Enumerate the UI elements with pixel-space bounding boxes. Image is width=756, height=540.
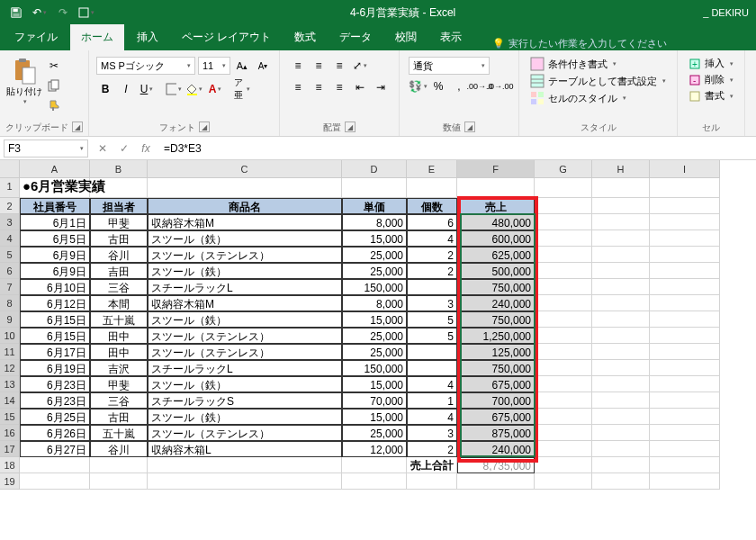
cell-person[interactable]: 五十嵐 (90, 425, 148, 441)
cell-product[interactable]: スツール（ステンレス） (148, 425, 342, 441)
table-header[interactable]: 社員番号 (20, 198, 90, 214)
format-cells-button[interactable]: 書式▾ (688, 89, 734, 103)
table-header[interactable]: 単価 (342, 198, 407, 214)
cell-date[interactable]: 6月15日 (20, 311, 90, 328)
cell-sales[interactable]: 875,000 (457, 425, 535, 441)
bold-icon[interactable]: B (96, 80, 114, 98)
tab-data[interactable]: データ (328, 24, 382, 50)
column-header[interactable]: D (342, 160, 407, 178)
cell-date[interactable]: 6月25日 (20, 409, 90, 425)
row-header[interactable]: 18 (0, 457, 20, 473)
column-header[interactable]: I (650, 160, 720, 178)
table-header[interactable]: 個数 (407, 198, 457, 214)
conditional-formatting-button[interactable]: 条件付き書式▾ (530, 57, 616, 71)
cell-person[interactable]: 甲斐 (90, 376, 148, 392)
cell-product[interactable]: スチールラックL (148, 279, 342, 295)
tell-me-search[interactable]: 💡 実行したい作業を入力してください (492, 37, 667, 50)
table-row[interactable]: 6月15日五十嵐スツール（鉄）15,0005750,000 (20, 311, 720, 328)
cell-price[interactable]: 8,000 (342, 295, 407, 311)
cell-sales[interactable]: 480,000 (457, 214, 535, 230)
cell-person[interactable]: 三谷 (90, 279, 148, 295)
cell-date[interactable]: 6月15日 (20, 328, 90, 344)
row-header[interactable]: 9 (0, 311, 20, 328)
cell-price[interactable]: 25,000 (342, 247, 407, 263)
align-middle-icon[interactable]: ≡ (310, 57, 328, 75)
cell-product[interactable]: 収納容木箱L (148, 441, 342, 457)
cell-date[interactable]: 6月5日 (20, 230, 90, 247)
cell-person[interactable]: 古田 (90, 230, 148, 247)
format-as-table-button[interactable]: テーブルとして書式設定▾ (530, 74, 666, 88)
alignment-dialog-launcher[interactable]: ◢ (345, 122, 356, 132)
increase-decimal-icon[interactable]: .00→.0 (471, 77, 489, 95)
cell-product[interactable]: スツール（鉄） (148, 311, 342, 328)
cell-qty[interactable] (407, 279, 457, 295)
delete-cells-button[interactable]: -削除▾ (688, 73, 734, 86)
tab-insert[interactable]: 挿入 (126, 24, 169, 50)
table-row[interactable]: 6月12日本間収納容木箱M8,0003240,000 (20, 295, 720, 311)
cell-person[interactable]: 古田 (90, 409, 148, 425)
cell-qty[interactable]: 6 (407, 214, 457, 230)
table-row[interactable]: 6月1日甲斐収納容木箱M8,0006480,000 (20, 214, 720, 230)
insert-cells-button[interactable]: +挿入▾ (688, 57, 734, 70)
number-format-combo[interactable]: 通貨▾ (409, 57, 490, 75)
increase-font-icon[interactable]: A▴ (233, 57, 251, 75)
align-right-icon[interactable]: ≡ (330, 78, 348, 96)
cell-person[interactable]: 三谷 (90, 392, 148, 409)
cancel-formula-icon[interactable]: ✕ (92, 142, 113, 155)
table-row[interactable]: 6月25日古田スツール（鉄）15,0004675,000 (20, 409, 720, 425)
cell-price[interactable]: 15,000 (342, 376, 407, 392)
cell-date[interactable]: 6月1日 (20, 214, 90, 230)
table-row[interactable]: 6月9日吉田スツール（鉄）25,0002500,000 (20, 263, 720, 279)
cell-product[interactable]: スチールラックL (148, 360, 342, 376)
cell-sales[interactable]: 1,250,000 (457, 328, 535, 344)
table-row[interactable]: 6月17日田中スツール（ステンレス）25,000125,000 (20, 344, 720, 360)
select-all-corner[interactable] (0, 160, 20, 178)
table-row[interactable]: 6月26日五十嵐スツール（ステンレス）25,0003875,000 (20, 425, 720, 441)
cell-person[interactable]: 本間 (90, 295, 148, 311)
spreadsheet-grid[interactable]: A B C D E F G H I 1 2 3 4 5 6 7 8 9 10 1… (0, 160, 756, 490)
table-header[interactable]: 商品名 (148, 198, 342, 214)
cell-price[interactable]: 8,000 (342, 214, 407, 230)
column-header[interactable]: G (535, 160, 592, 178)
cell-person[interactable]: 吉田 (90, 263, 148, 279)
total-value[interactable]: 8,735,000 (457, 457, 535, 473)
cell-sales[interactable]: 240,000 (457, 441, 535, 457)
cut-icon[interactable]: ✂ (45, 57, 63, 75)
font-color-icon[interactable]: A▾ (206, 80, 224, 98)
cell-date[interactable]: 6月23日 (20, 392, 90, 409)
cell-person[interactable]: 谷川 (90, 441, 148, 457)
cell-price[interactable]: 150,000 (342, 360, 407, 376)
tab-review[interactable]: 校閲 (384, 24, 428, 50)
cell-sales[interactable]: 750,000 (457, 279, 535, 295)
cell-qty[interactable]: 1 (407, 392, 457, 409)
table-row[interactable]: 6月10日三谷スチールラックL150,000750,000 (20, 279, 720, 295)
row-header[interactable]: 12 (0, 360, 20, 376)
row-header[interactable]: 8 (0, 295, 20, 311)
tab-pagelayout[interactable]: ページ レイアウト (171, 24, 282, 50)
cell-date[interactable]: 6月19日 (20, 360, 90, 376)
decrease-decimal-icon[interactable]: .0→.00 (491, 77, 509, 95)
cell-price[interactable]: 25,000 (342, 263, 407, 279)
cell-person[interactable]: 五十嵐 (90, 311, 148, 328)
cell-qty[interactable] (407, 360, 457, 376)
cell-sales[interactable]: 240,000 (457, 295, 535, 311)
orientation-icon[interactable]: ⤢▾ (351, 57, 369, 75)
cell-date[interactable]: 6月17日 (20, 344, 90, 360)
row-header[interactable]: 14 (0, 392, 20, 409)
underline-icon[interactable]: U▾ (138, 80, 156, 98)
cell-price[interactable]: 15,000 (342, 230, 407, 247)
align-center-icon[interactable]: ≡ (310, 78, 328, 96)
row-header[interactable]: 7 (0, 279, 20, 295)
cell-qty[interactable]: 5 (407, 328, 457, 344)
cell-qty[interactable]: 2 (407, 263, 457, 279)
cell-qty[interactable]: 4 (407, 376, 457, 392)
decrease-indent-icon[interactable]: ⇤ (351, 78, 369, 96)
table-row[interactable]: 6月9日谷川スツール（ステンレス）25,0002625,000 (20, 247, 720, 263)
cell-qty[interactable]: 2 (407, 247, 457, 263)
cell-price[interactable]: 15,000 (342, 409, 407, 425)
cell-date[interactable]: 6月23日 (20, 376, 90, 392)
cell-qty[interactable]: 3 (407, 425, 457, 441)
cell-product[interactable]: スチールラックS (148, 392, 342, 409)
fx-icon[interactable]: fx (135, 142, 157, 155)
number-dialog-launcher[interactable]: ◢ (464, 122, 475, 132)
